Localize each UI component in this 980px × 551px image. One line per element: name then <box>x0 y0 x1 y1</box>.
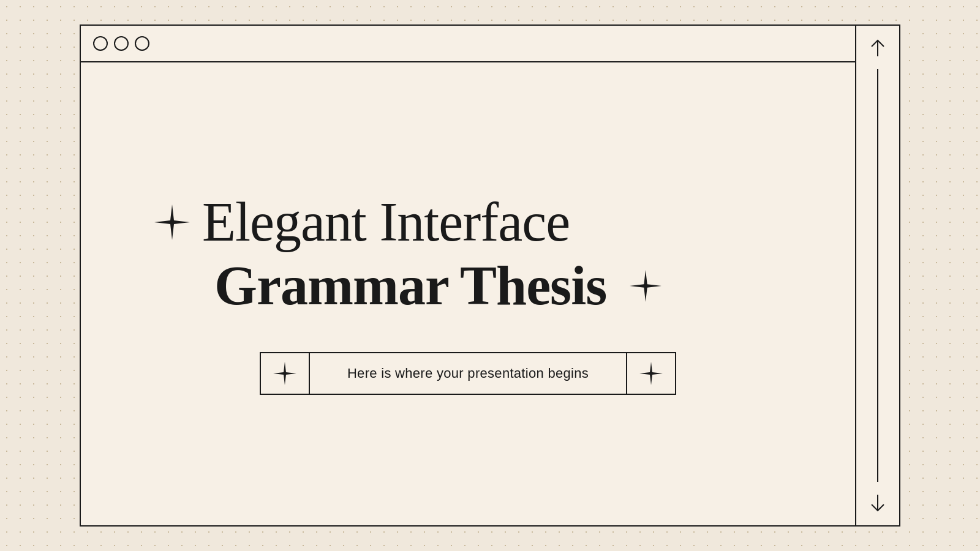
content-panel: Elegant Interface Grammar Thesis <box>81 26 856 525</box>
sparkle-icon-right <box>630 270 662 302</box>
subtitle-star-left <box>261 353 310 394</box>
title-bar <box>81 26 855 62</box>
scrollbar-panel <box>856 26 899 525</box>
window-circle-3 <box>135 36 149 51</box>
slide-content: Elegant Interface Grammar Thesis <box>81 62 855 525</box>
sparkle-icon-left <box>154 204 190 240</box>
scroll-up-arrow[interactable] <box>867 38 889 60</box>
title-line-2: Grammar Thesis <box>154 257 662 315</box>
window-circle-1 <box>93 36 108 51</box>
sparkle-icon-subtitle-left <box>273 362 296 385</box>
subtitle-star-right <box>626 353 675 394</box>
subtitle-text: Here is where your presentation begins <box>310 365 626 381</box>
window-circle-2 <box>114 36 129 51</box>
title-block: Elegant Interface Grammar Thesis <box>118 193 818 315</box>
title-line-1-text: Elegant Interface <box>202 193 570 252</box>
title-line-1: Elegant Interface <box>154 193 570 252</box>
subtitle-box: Here is where your presentation begins <box>260 352 676 395</box>
scroll-down-arrow[interactable] <box>867 491 889 513</box>
main-window: Elegant Interface Grammar Thesis <box>80 24 900 527</box>
title-line-2-text: Grammar Thesis <box>214 257 606 315</box>
scroll-track <box>877 69 878 482</box>
sparkle-icon-subtitle-right <box>639 362 663 385</box>
